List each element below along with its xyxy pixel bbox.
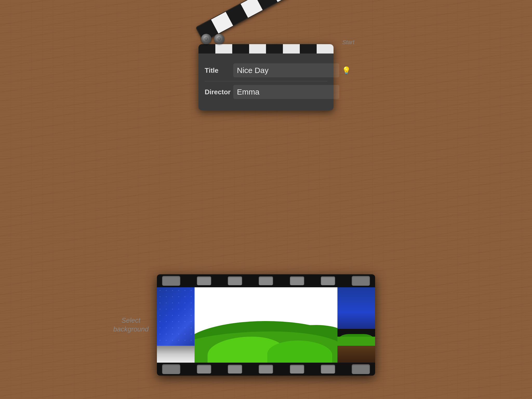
clapperboard: Start bbox=[198, 16, 334, 110]
clapper-body: Title 💡 Director bbox=[198, 44, 334, 110]
hinge-right bbox=[214, 34, 224, 44]
right-green-strip bbox=[337, 337, 375, 347]
film-hole-top-1 bbox=[197, 276, 211, 285]
film-hole-top-5 bbox=[321, 276, 335, 285]
film-hole-top-2 bbox=[228, 276, 242, 285]
director-label: Director bbox=[205, 88, 233, 96]
film-holes-bottom bbox=[157, 363, 375, 376]
film-holes-top bbox=[157, 274, 375, 287]
film-hole-bottom-3 bbox=[259, 365, 273, 374]
hinge-inner-right bbox=[217, 37, 221, 41]
side-frame-left[interactable] bbox=[157, 287, 195, 363]
film-frames-row bbox=[157, 287, 375, 363]
center-frame[interactable] bbox=[195, 287, 337, 363]
film-hole-bottom-5 bbox=[321, 365, 335, 374]
main-container: Start bbox=[0, 0, 532, 399]
corner-hole-bottom-left bbox=[162, 364, 180, 374]
film-hole-bottom-2 bbox=[228, 365, 242, 374]
title-label: Title bbox=[205, 66, 233, 75]
director-input[interactable] bbox=[233, 85, 339, 99]
title-field-row: Title 💡 bbox=[205, 60, 327, 81]
film-hole-top-3 bbox=[259, 276, 273, 285]
film-strip[interactable] bbox=[157, 274, 375, 376]
corner-hole-top-right bbox=[352, 276, 370, 286]
corner-hole-top-left bbox=[162, 276, 180, 286]
start-label[interactable]: Start bbox=[342, 39, 354, 46]
film-hole-bottom-4 bbox=[290, 365, 304, 374]
film-hole-bottom-1 bbox=[197, 365, 211, 374]
hinge-inner-left bbox=[204, 37, 208, 41]
clapper-stick-stripes bbox=[195, 0, 323, 42]
select-background-label[interactable]: Select background bbox=[111, 316, 150, 334]
landscape-background bbox=[195, 287, 337, 363]
side-frame-left-bottom bbox=[157, 346, 195, 363]
side-frame-right[interactable] bbox=[337, 287, 375, 363]
director-field-row: Director bbox=[205, 81, 327, 103]
filmstrip-section: Select background bbox=[157, 274, 375, 376]
clapper-stick[interactable] bbox=[195, 0, 323, 42]
film-hole-top-4 bbox=[290, 276, 304, 285]
right-top-blue bbox=[337, 287, 375, 329]
hinge-left bbox=[201, 34, 211, 44]
clapper-top bbox=[198, 16, 334, 47]
corner-hole-bottom-right bbox=[352, 364, 370, 374]
clapper-fields: Title 💡 Director bbox=[205, 60, 327, 103]
title-input[interactable] bbox=[233, 63, 339, 77]
bulb-icon[interactable]: 💡 bbox=[342, 66, 351, 75]
right-brown bbox=[337, 346, 375, 363]
